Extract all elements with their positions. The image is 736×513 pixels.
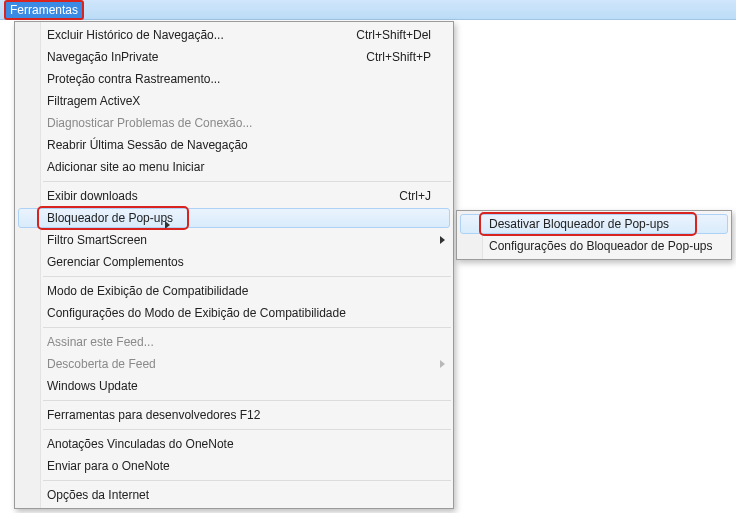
title-bar: Ferramentas xyxy=(0,0,736,20)
menu-item-label: Desativar Bloqueador de Pop-ups xyxy=(489,217,669,231)
menu-item-filtro-smartscreen[interactable]: Filtro SmartScreen xyxy=(15,229,453,251)
menu-item-modo-de-exibicao-de-compatibilidade[interactable]: Modo de Exibição de Compatibilidade xyxy=(15,280,453,302)
menu-item-label: Opções da Internet xyxy=(47,488,149,502)
menu-item-label: Filtragem ActiveX xyxy=(47,94,140,108)
menu-item-label: Configurações do Modo de Exibição de Com… xyxy=(47,306,346,320)
submenu-arrow-icon xyxy=(440,236,445,244)
menu-item-label: Bloqueador de Pop-ups xyxy=(47,211,173,225)
menu-item-label: Modo de Exibição de Compatibilidade xyxy=(47,284,248,298)
menu-item-assinar-este-feed: Assinar este Feed... xyxy=(15,331,453,353)
menu-item-shortcut: Ctrl+Shift+P xyxy=(342,50,431,64)
menu-separator xyxy=(43,400,451,401)
menu-item-label: Proteção contra Rastreamento... xyxy=(47,72,220,86)
menu-separator xyxy=(43,181,451,182)
menu-item-label: Configurações do Bloqueador de Pop-ups xyxy=(489,239,713,253)
menu-item-label: Anotações Vinculadas do OneNote xyxy=(47,437,234,451)
menu-item-configuracoes-do-modo-de-exibicao-de-compatibilidade[interactable]: Configurações do Modo de Exibição de Com… xyxy=(15,302,453,324)
menu-item-label: Excluir Histórico de Navegação... xyxy=(47,28,224,42)
menu-item-label: Adicionar site ao menu Iniciar xyxy=(47,160,204,174)
submenu-arrow-icon xyxy=(165,221,170,229)
menu-item-shortcut: Ctrl+J xyxy=(375,189,431,203)
menu-item-ferramentas-para-desenvolvedores-f12[interactable]: Ferramentas para desenvolvedores F12 xyxy=(15,404,453,426)
menu-item-label: Gerenciar Complementos xyxy=(47,255,184,269)
menu-item-navegacao-inprivate[interactable]: Navegação InPrivateCtrl+Shift+P xyxy=(15,46,453,68)
tools-menu: Excluir Histórico de Navegação...Ctrl+Sh… xyxy=(14,21,454,509)
menu-item-bloqueador-de-pop-ups[interactable]: Bloqueador de Pop-ups xyxy=(15,207,453,229)
menu-separator xyxy=(43,429,451,430)
menu-item-label: Filtro SmartScreen xyxy=(47,233,147,247)
menu-item-opcoes-da-internet[interactable]: Opções da Internet xyxy=(15,484,453,506)
menu-item-desativar-bloqueador-de-pop-ups[interactable]: Desativar Bloqueador de Pop-ups xyxy=(457,213,731,235)
menu-item-label: Exibir downloads xyxy=(47,189,138,203)
submenu-arrow-icon xyxy=(440,360,445,368)
menu-item-label: Descoberta de Feed xyxy=(47,357,156,371)
menu-item-descoberta-de-feed: Descoberta de Feed xyxy=(15,353,453,375)
menu-item-exibir-downloads[interactable]: Exibir downloadsCtrl+J xyxy=(15,185,453,207)
menu-separator xyxy=(43,276,451,277)
menu-item-diagnosticar-problemas-de-conexao: Diagnosticar Problemas de Conexão... xyxy=(15,112,453,134)
menu-item-gerenciar-complementos[interactable]: Gerenciar Complementos xyxy=(15,251,453,273)
menu-item-label: Enviar para o OneNote xyxy=(47,459,170,473)
menu-item-label: Windows Update xyxy=(47,379,138,393)
menu-item-label: Navegação InPrivate xyxy=(47,50,158,64)
menu-item-windows-update[interactable]: Windows Update xyxy=(15,375,453,397)
menu-item-filtragem-activex[interactable]: Filtragem ActiveX xyxy=(15,90,453,112)
menu-item-label: Diagnosticar Problemas de Conexão... xyxy=(47,116,252,130)
menu-item-enviar-para-o-onenote[interactable]: Enviar para o OneNote xyxy=(15,455,453,477)
menu-item-label: Assinar este Feed... xyxy=(47,335,154,349)
tools-menu-title[interactable]: Ferramentas xyxy=(4,0,84,20)
menu-item-label: Ferramentas para desenvolvedores F12 xyxy=(47,408,260,422)
menu-item-configuracoes-do-bloqueador-de-pop-ups[interactable]: Configurações do Bloqueador de Pop-ups xyxy=(457,235,731,257)
menu-item-reabrir-ultima-sessao-de-navegacao[interactable]: Reabrir Última Sessão de Navegação xyxy=(15,134,453,156)
menu-item-protecao-contra-rastreamento[interactable]: Proteção contra Rastreamento... xyxy=(15,68,453,90)
menu-item-shortcut: Ctrl+Shift+Del xyxy=(332,28,431,42)
menu-item-excluir-historico-de-navegacao[interactable]: Excluir Histórico de Navegação...Ctrl+Sh… xyxy=(15,24,453,46)
popup-blocker-submenu: Desativar Bloqueador de Pop-upsConfigura… xyxy=(456,210,732,260)
menu-item-anotacoes-vinculadas-do-onenote[interactable]: Anotações Vinculadas do OneNote xyxy=(15,433,453,455)
menu-item-label: Reabrir Última Sessão de Navegação xyxy=(47,138,248,152)
menu-item-adicionar-site-ao-menu-iniciar[interactable]: Adicionar site ao menu Iniciar xyxy=(15,156,453,178)
menu-separator xyxy=(43,327,451,328)
menu-separator xyxy=(43,480,451,481)
